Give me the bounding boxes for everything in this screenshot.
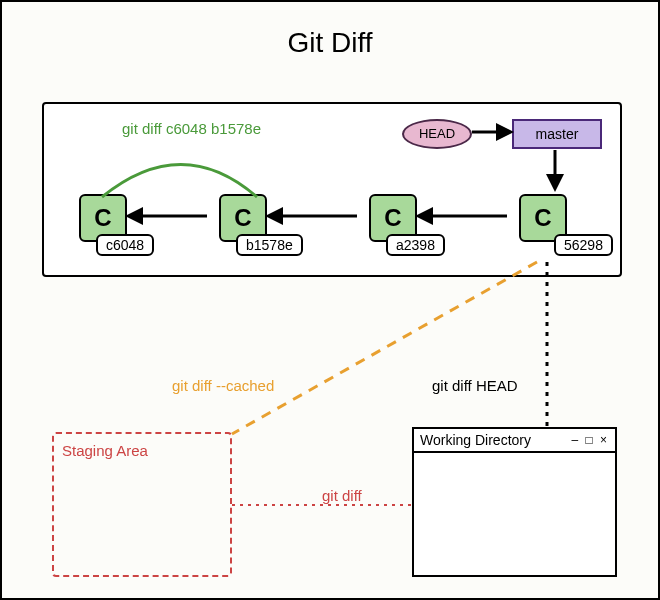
window-controls: – □ × bbox=[571, 433, 609, 447]
head-badge: HEAD bbox=[402, 119, 472, 149]
hash-c6048: c6048 bbox=[96, 234, 154, 256]
hash-a2398: a2398 bbox=[386, 234, 445, 256]
working-directory-label: Working Directory bbox=[420, 432, 531, 448]
working-directory-titlebar: Working Directory – □ × bbox=[414, 429, 615, 453]
label-plain-diff: git diff bbox=[322, 487, 362, 504]
staging-label: Staging Area bbox=[62, 442, 148, 459]
label-cached-diff: git diff --cached bbox=[172, 377, 274, 394]
hash-56298: 56298 bbox=[554, 234, 613, 256]
label-head-diff: git diff HEAD bbox=[432, 377, 518, 394]
working-directory-window: Working Directory – □ × bbox=[412, 427, 617, 577]
staging-area: Staging Area bbox=[52, 432, 232, 577]
label-arc-diff: git diff c6048 b1578e bbox=[122, 120, 261, 137]
diagram-frame: Git Diff HEAD master C c6048 C b1578e C … bbox=[0, 0, 660, 600]
hash-b1578e: b1578e bbox=[236, 234, 303, 256]
page-title: Git Diff bbox=[2, 27, 658, 59]
master-badge: master bbox=[512, 119, 602, 149]
line-cached-diff bbox=[232, 262, 537, 434]
